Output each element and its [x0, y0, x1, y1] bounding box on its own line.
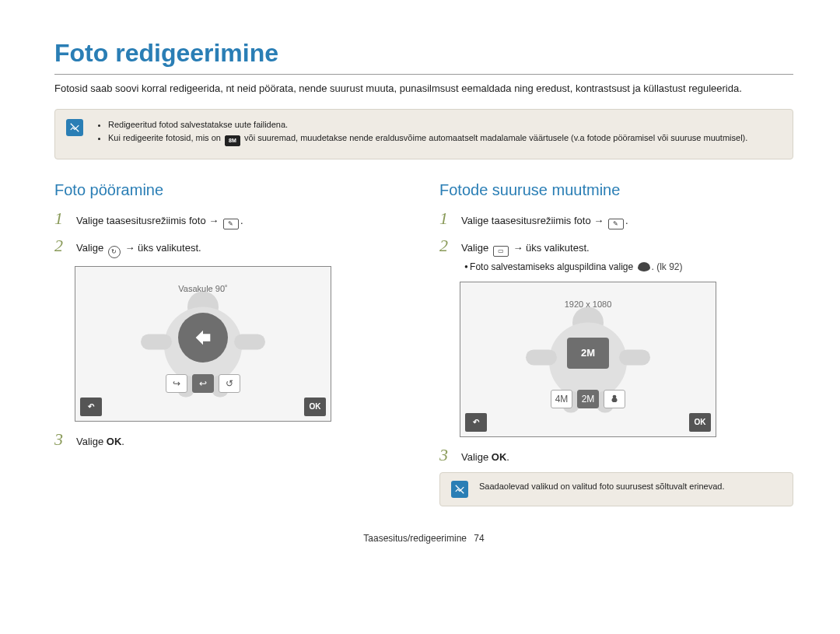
step-number: 1 — [439, 210, 453, 227]
back-button[interactable]: ↶ — [80, 398, 102, 416]
screenshot-caption: 1920 x 1080 — [565, 299, 612, 309]
heading-rotate: Foto pööramine — [54, 181, 408, 199]
resolution-icon-8m: 8M — [225, 135, 240, 146]
note-text: Saadaolevad valikud on valitud foto suur… — [479, 481, 725, 492]
edit-menu-icon: ✎ — [608, 219, 624, 229]
step-number: 3 — [439, 447, 453, 464]
rotate-180-button[interactable]: ↺ — [219, 374, 240, 393]
step-number: 2 — [54, 237, 68, 254]
step-3-right: 3 Valige OK. — [439, 447, 793, 465]
resize-preview-icon: 2M — [567, 338, 609, 369]
intro-paragraph: Fotosid saab soovi korral redigeerida, n… — [54, 81, 786, 96]
step-1-left: 1 Valige taasesitusrežiimis foto → ✎. — [54, 210, 408, 229]
footer-section-label: Taasesitus/redigeerimine — [363, 533, 467, 544]
note-list: Redigeeritud fotod salvestatakse uute fa… — [94, 119, 747, 148]
page-footer: Taasesitus/redigeerimine 74 — [54, 533, 793, 544]
note-item-1: Redigeeritud fotod salvestatakse uute fa… — [108, 119, 747, 131]
rotate-right-button[interactable]: ↪ — [166, 374, 187, 393]
page-title: Foto redigeerimine — [54, 39, 793, 68]
back-button[interactable]: ↶ — [465, 413, 487, 432]
footer-page-number: 74 — [474, 533, 484, 544]
size-2m-button-selected[interactable]: 2M — [577, 390, 599, 408]
rotate-left-button-selected[interactable]: ↩ — [192, 374, 214, 393]
screenshot-caption: Vasakule 90˚ — [178, 284, 227, 293]
note-item-2: Kui redigeerite fotosid, mis on 8M või s… — [108, 132, 747, 146]
edit-menu-icon: ✎ — [223, 219, 239, 229]
rotate-options-row: ↪ ↩ ↺ — [166, 374, 240, 393]
screenshot-resize: 1920 x 1080 2M 4M 2M ↶ OK — [460, 282, 716, 437]
rotate-option-icon: ↻ — [108, 246, 121, 258]
ok-button[interactable]: OK — [304, 398, 326, 416]
step-3-left: 3 Valige OK. — [54, 431, 408, 450]
resize-option-icon: ▭ — [493, 246, 509, 257]
column-resize: Fotode suuruse muutmine 1 Valige taasesi… — [439, 181, 793, 507]
note-icon — [66, 119, 83, 136]
step-2-right: 2 Valige ▭ → üks valikutest. Foto salves… — [439, 237, 793, 274]
heading-resize: Fotode suuruse muutmine — [439, 181, 793, 199]
startimage-icon — [638, 262, 650, 271]
note-icon — [451, 481, 468, 498]
sub-item-startimage: Foto salvestamiseks alguspildina valige … — [464, 260, 683, 274]
step-1-right: 1 Valige taasesitusrežiimis foto → ✎. — [439, 210, 793, 229]
size-4m-button[interactable]: 4M — [551, 390, 572, 408]
step-number: 3 — [54, 431, 68, 448]
rotate-preview-icon — [178, 313, 228, 363]
note-box-top: Redigeeritud fotod salvestatakse uute fa… — [54, 109, 793, 159]
resize-options-row: 4M 2M — [551, 390, 625, 408]
two-column-layout: Foto pööramine 1 Valige taasesitusrežiim… — [54, 181, 793, 507]
screenshot-rotate: Vasakule 90˚ ↪ ↩ ↺ ↶ OK — [75, 266, 331, 422]
step-number: 1 — [54, 210, 68, 227]
size-start-button[interactable] — [604, 390, 625, 408]
ok-label: OK — [492, 451, 507, 463]
step-2-left: 2 Valige ↻ → üks valikutest. — [54, 237, 408, 258]
column-rotate: Foto pööramine 1 Valige taasesitusrežiim… — [54, 181, 408, 507]
title-underline — [54, 74, 793, 75]
note-box-bottom: Saadaolevad valikud on valitud foto suur… — [439, 472, 793, 506]
ok-button[interactable]: OK — [689, 413, 711, 432]
document-page: Foto redigeerimine Fotosid saab soovi ko… — [0, 0, 840, 544]
ok-label: OK — [107, 436, 122, 447]
step-number: 2 — [439, 237, 453, 254]
svg-point-1 — [613, 395, 617, 399]
